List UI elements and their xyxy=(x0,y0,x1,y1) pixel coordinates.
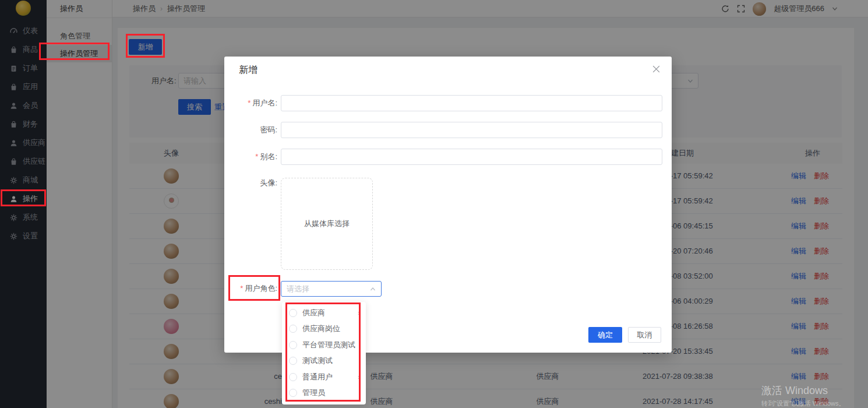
dropdown-option-label: 供应商岗位 xyxy=(302,323,360,334)
required-mark: * xyxy=(248,99,250,107)
radio-icon[interactable] xyxy=(289,357,297,365)
media-picker-label: 从媒体库选择 xyxy=(304,219,350,229)
required-mark: * xyxy=(240,284,243,293)
confirm-button[interactable]: 确定 xyxy=(588,327,622,343)
dropdown-option[interactable]: 供应商 › xyxy=(282,305,366,321)
media-library-picker[interactable]: 从媒体库选择 xyxy=(281,178,373,270)
password-field-label: 密码: xyxy=(227,122,277,138)
dropdown-option-label: 供应商 xyxy=(302,308,352,318)
radio-icon[interactable] xyxy=(289,325,297,333)
modal-title: 新增 xyxy=(239,64,257,76)
chevron-right-icon: › xyxy=(358,373,360,381)
radio-icon[interactable] xyxy=(289,309,297,317)
dropdown-option[interactable]: 供应商岗位 › xyxy=(282,321,366,337)
radio-icon[interactable] xyxy=(289,389,297,397)
radio-icon[interactable] xyxy=(289,341,297,349)
dropdown-option-label: 管理员 xyxy=(302,388,360,398)
dropdown-option[interactable]: 测试测试 › xyxy=(282,353,366,370)
password-field[interactable] xyxy=(281,122,662,138)
username-field[interactable] xyxy=(281,95,662,111)
dropdown-option[interactable]: 普通用户 › xyxy=(282,369,366,385)
cancel-button[interactable]: 取消 xyxy=(628,327,661,343)
role-select[interactable]: 请选择 xyxy=(281,281,382,297)
role-dropdown: 供应商 › 供应商岗位 › 平台管理员测试 › 测试测试 › 普通用户 › 管理 xyxy=(282,302,366,405)
dropdown-option-label: 测试测试 xyxy=(302,356,360,366)
chevron-up-icon xyxy=(370,286,376,292)
dropdown-option-label: 普通用户 xyxy=(302,372,352,382)
required-mark: * xyxy=(255,152,258,161)
dropdown-option[interactable]: 管理员 › xyxy=(282,385,366,402)
alias-field[interactable] xyxy=(281,149,662,165)
chevron-right-icon: › xyxy=(358,309,360,316)
username-field-label: *用户名: xyxy=(227,95,277,111)
alias-field-label: *别名: xyxy=(227,149,277,165)
dropdown-option-label: 平台管理员测试 xyxy=(302,340,360,350)
avatar-field-label: 头像: xyxy=(227,175,277,191)
role-select-placeholder: 请选择 xyxy=(287,282,309,296)
radio-icon[interactable] xyxy=(289,373,297,381)
role-field-label: *用户角色: xyxy=(227,280,277,297)
dropdown-option[interactable]: 平台管理员测试 › xyxy=(282,337,366,353)
close-icon[interactable] xyxy=(652,65,661,74)
